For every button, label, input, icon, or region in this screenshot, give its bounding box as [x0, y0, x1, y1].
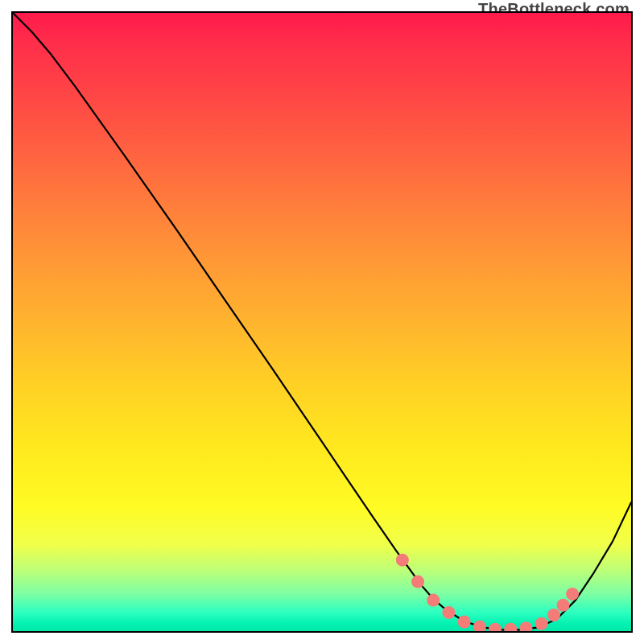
marker-point	[535, 617, 548, 630]
marker-point	[442, 606, 455, 619]
marker-point	[458, 615, 471, 628]
marker-point	[557, 599, 570, 612]
marker-point	[504, 623, 517, 631]
marker-group	[396, 554, 579, 631]
marker-point	[427, 594, 440, 607]
marker-point	[473, 621, 486, 631]
marker-point	[396, 554, 409, 567]
plot-area	[11, 11, 633, 633]
marker-point	[566, 588, 579, 601]
marker-point	[411, 576, 424, 588]
chart-svg	[13, 13, 631, 631]
marker-point	[519, 621, 532, 631]
chart-curve	[13, 13, 631, 630]
marker-point	[547, 609, 560, 621]
chart-container: TheBottleneck.com	[0, 0, 644, 644]
marker-point	[489, 623, 502, 631]
